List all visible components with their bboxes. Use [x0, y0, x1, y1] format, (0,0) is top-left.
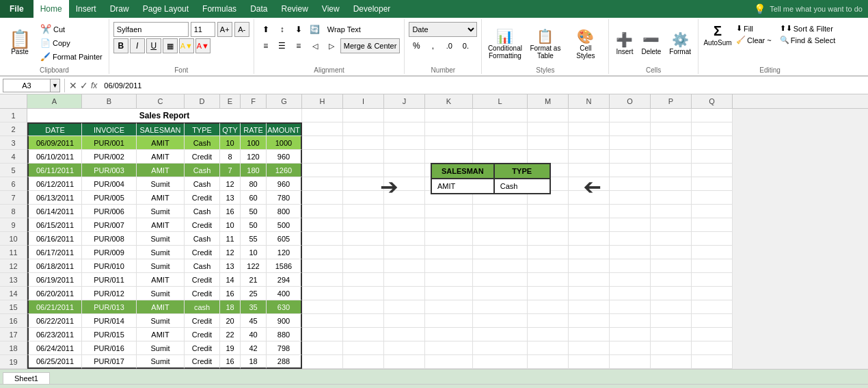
- comma-btn[interactable]: ,: [425, 38, 440, 53]
- cell-Q-8[interactable]: [692, 205, 733, 218]
- cell-P-13[interactable]: [651, 273, 692, 287]
- border-btn[interactable]: ▦: [163, 38, 178, 53]
- table-cell[interactable]: 1586: [267, 259, 302, 273]
- cell-N-10[interactable]: [569, 232, 610, 246]
- cell-H-9[interactable]: [302, 218, 343, 232]
- name-box-dropdown[interactable]: ▼: [51, 79, 60, 92]
- table-cell[interactable]: Credit: [185, 218, 220, 232]
- cell-I-5[interactable]: [343, 164, 384, 177]
- table-cell[interactable]: AMIT: [137, 300, 185, 314]
- table-cell[interactable]: 800: [267, 205, 302, 218]
- table-cell[interactable]: Cash: [185, 164, 220, 177]
- table-cell[interactable]: Sumit: [137, 205, 185, 218]
- cell-K-13[interactable]: [425, 273, 473, 287]
- format-btn[interactable]: ⚙️ Format: [666, 30, 694, 57]
- cell-O-1[interactable]: [610, 109, 651, 122]
- cell-L-8[interactable]: [473, 205, 528, 218]
- cell-O-5[interactable]: [610, 164, 651, 177]
- cell-M-13[interactable]: [528, 273, 569, 287]
- cell-O-11[interactable]: [610, 246, 651, 259]
- cell-L-18[interactable]: [473, 341, 528, 355]
- cell-I-12[interactable]: [343, 259, 384, 273]
- table-cell[interactable]: 11: [220, 232, 241, 246]
- table-cell[interactable]: 960: [267, 177, 302, 191]
- cell-styles-btn[interactable]: 🎨 Cell Styles: [567, 26, 604, 62]
- cell-O-17[interactable]: [610, 328, 651, 341]
- cell-L-13[interactable]: [473, 273, 528, 287]
- fill-color-btn[interactable]: A▼: [179, 38, 194, 53]
- cell-H-7[interactable]: [302, 191, 343, 205]
- cell-O-9[interactable]: [610, 218, 651, 232]
- cell-O-14[interactable]: [610, 287, 651, 300]
- align-center-btn[interactable]: ☰: [275, 38, 290, 53]
- table-cell[interactable]: 06/13/2011: [27, 191, 82, 205]
- table-cell[interactable]: AMIT: [137, 164, 185, 177]
- cell-Q-17[interactable]: [692, 328, 733, 341]
- cell-P-11[interactable]: [651, 246, 692, 259]
- cell-J-3[interactable]: [384, 136, 425, 150]
- cell-Q-10[interactable]: [692, 232, 733, 246]
- cell-I-16[interactable]: [343, 314, 384, 328]
- cell-I-15[interactable]: [343, 300, 384, 314]
- col-header-d[interactable]: D: [185, 94, 220, 108]
- table-cell[interactable]: Cash: [185, 136, 220, 150]
- cell-Q-14[interactable]: [692, 287, 733, 300]
- cell-K-1[interactable]: [425, 109, 473, 122]
- table-cell[interactable]: 8: [220, 150, 241, 164]
- table-cell[interactable]: 122: [241, 259, 267, 273]
- table-cell[interactable]: Sumit: [137, 314, 185, 328]
- text-angle-btn[interactable]: 🔄: [308, 22, 323, 37]
- table-cell[interactable]: 06/17/2011: [27, 246, 82, 259]
- cell-J-14[interactable]: [384, 287, 425, 300]
- font-name-input[interactable]: [113, 22, 189, 37]
- cell-K-9[interactable]: [425, 218, 473, 232]
- table-cell[interactable]: 06/16/2011: [27, 232, 82, 246]
- table-cell[interactable]: RATE: [241, 122, 267, 136]
- col-header-j[interactable]: J: [384, 94, 425, 108]
- cell-N-9[interactable]: [569, 218, 610, 232]
- table-cell[interactable]: 60: [241, 191, 267, 205]
- col-header-h[interactable]: H: [302, 94, 343, 108]
- cell-P-4[interactable]: [651, 150, 692, 164]
- cell-Q-16[interactable]: [692, 314, 733, 328]
- cell-Q-6[interactable]: [692, 177, 733, 191]
- align-top-btn[interactable]: ⬆: [258, 22, 273, 37]
- table-cell[interactable]: AMOUNT: [267, 122, 302, 136]
- table-cell[interactable]: 7: [220, 164, 241, 177]
- wrap-text-btn[interactable]: Wrap Text: [324, 22, 364, 37]
- align-right-btn[interactable]: ≡: [291, 38, 306, 53]
- table-cell[interactable]: Credit: [185, 341, 220, 355]
- formula-input[interactable]: [101, 81, 865, 90]
- cell-O-8[interactable]: [610, 205, 651, 218]
- table-cell[interactable]: PUR/009: [82, 246, 137, 259]
- cell-H-17[interactable]: [302, 328, 343, 341]
- table-cell[interactable]: 06/11/2011: [27, 164, 82, 177]
- cell-J-10[interactable]: [384, 232, 425, 246]
- cell-M-1[interactable]: [528, 109, 569, 122]
- cell-M-2[interactable]: [528, 122, 569, 136]
- table-cell[interactable]: AMIT: [137, 150, 185, 164]
- cell-H-13[interactable]: [302, 273, 343, 287]
- table-cell[interactable]: PUR/001: [82, 136, 137, 150]
- fill-btn[interactable]: ⬇Fill: [734, 23, 774, 34]
- table-cell[interactable]: 55: [241, 232, 267, 246]
- cell-L-1[interactable]: [473, 109, 528, 122]
- cell-I-14[interactable]: [343, 287, 384, 300]
- table-cell[interactable]: Cash: [185, 232, 220, 246]
- cell-Q-5[interactable]: [692, 164, 733, 177]
- table-cell[interactable]: 06/22/2011: [27, 314, 82, 328]
- cell-J-2[interactable]: [384, 122, 425, 136]
- table-cell[interactable]: 13: [220, 259, 241, 273]
- cell-O-12[interactable]: [610, 259, 651, 273]
- cell-M-14[interactable]: [528, 287, 569, 300]
- cell-N-12[interactable]: [569, 259, 610, 273]
- cell-H-10[interactable]: [302, 232, 343, 246]
- copy-button[interactable]: 📄 Copy: [38, 37, 105, 49]
- cell-N-14[interactable]: [569, 287, 610, 300]
- cell-K-3[interactable]: [425, 136, 473, 150]
- table-cell[interactable]: 06/20/2011: [27, 287, 82, 300]
- cell-N-17[interactable]: [569, 328, 610, 341]
- cell-K-8[interactable]: [425, 205, 473, 218]
- insert-btn[interactable]: ➕ Insert: [613, 30, 636, 57]
- cell-Q-13[interactable]: [692, 273, 733, 287]
